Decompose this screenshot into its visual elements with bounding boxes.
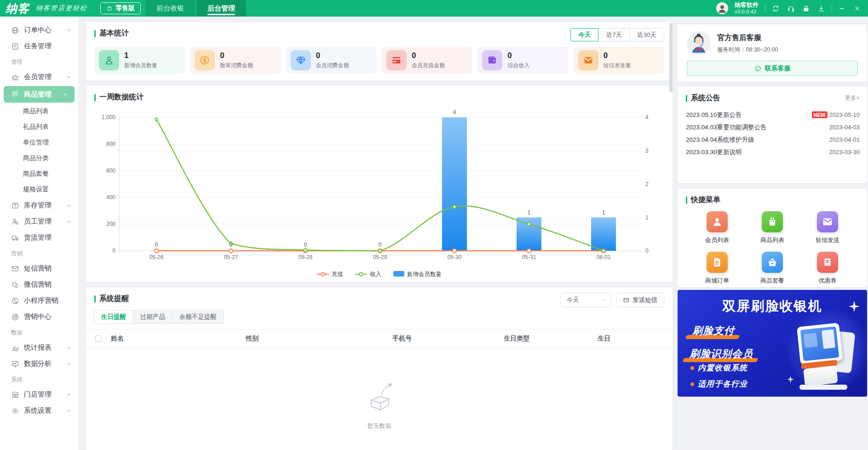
system-reminder-panel: 系统提醒 今天 发送短信 生日提醒过期产品余额不足提醒 姓名性别手机号生日类型生… xyxy=(86,288,673,450)
quick-menu-item-短信发送[interactable]: 短信发送 xyxy=(800,211,855,244)
stat-value: 0 xyxy=(604,51,631,60)
chart-icon xyxy=(11,344,19,352)
nav-tab-前台收银[interactable]: 前台收银 xyxy=(145,0,195,17)
range-button-近30天[interactable]: 近30天 xyxy=(629,28,664,41)
sidebar-item-订单中心[interactable]: 订单中心 xyxy=(0,22,78,38)
sidebar-item-门店管理[interactable]: 门店管理 xyxy=(0,387,78,403)
sidebar-section-label: 系统 xyxy=(0,372,78,387)
nav-tab-后台管理[interactable]: 后台管理 xyxy=(196,0,246,17)
sidebar-subitem-商品套餐[interactable]: 商品套餐 xyxy=(0,166,78,182)
sidebar-item-库存管理[interactable]: 库存管理 xyxy=(0,197,78,213)
quick-menu-item-优惠券[interactable]: 优惠券 xyxy=(800,252,855,285)
reminder-range-select[interactable]: 今天 xyxy=(561,293,611,307)
sidebar-section-label: 管理 xyxy=(0,54,78,69)
announcement-row[interactable]: 2023.04.04系统维护升级2023-04-01 xyxy=(686,133,860,146)
stat-label: 散客消费金额 xyxy=(220,62,253,69)
svg-text:06-01: 06-01 xyxy=(597,254,611,260)
quick-menu-icon-box xyxy=(707,252,728,273)
service-header: 官方售后客服 服务时间：08:30~20:00 xyxy=(687,31,858,55)
sidebar-item-统计报表[interactable]: 统计报表 xyxy=(0,340,78,356)
svg-text:05-31: 05-31 xyxy=(522,254,536,260)
select-all-checkbox[interactable] xyxy=(95,335,102,342)
lock-icon xyxy=(802,5,810,12)
stat-icon-box xyxy=(482,50,502,70)
quick-menu-item-商城订单[interactable]: 商城订单 xyxy=(690,252,745,285)
legend-item-充值[interactable]: 充值 xyxy=(317,271,343,278)
sidebar-item-微信营销[interactable]: 微信营销 xyxy=(0,277,78,293)
sidebar-subitem-礼品列表[interactable]: 礼品列表 xyxy=(0,119,78,135)
task-icon xyxy=(11,42,19,51)
quick-menu-label: 短信发送 xyxy=(816,236,839,244)
edition-badge[interactable]: 零售版 xyxy=(100,2,141,14)
sidebar-item-数据分析[interactable]: 数据分析 xyxy=(0,356,78,372)
sidebar-subitem-商品分类[interactable]: 商品分类 xyxy=(0,150,78,166)
quick-menu-item-商品列表[interactable]: 商品列表 xyxy=(745,211,800,244)
service-info: 官方售后客服 服务时间：08:30~20:00 xyxy=(717,33,778,54)
contact-service-button[interactable]: 联系客服 xyxy=(687,61,858,76)
sidebar-item-label: 营销中心 xyxy=(24,312,52,321)
user-info: 纳客软件 v3.0.0.42 xyxy=(735,2,759,15)
target-icon xyxy=(11,313,19,321)
sidebar-item-员工管理[interactable]: 员工管理 xyxy=(0,213,78,230)
announcement-meta: 2023-04-03 xyxy=(829,124,860,131)
truck-icon xyxy=(11,234,19,242)
sidebar-item-短信营销[interactable]: 短信营销 xyxy=(0,260,78,277)
sidebar-subitem-单位管理[interactable]: 单位管理 xyxy=(0,135,78,150)
legend-label: 收入 xyxy=(370,271,381,278)
minimize-icon[interactable] xyxy=(839,5,845,12)
range-button-今天[interactable]: 今天 xyxy=(570,28,598,41)
sidebar-item-营销中心[interactable]: 营销中心 xyxy=(0,309,78,325)
banner-bullets: 内置收银系统适用于各行业 xyxy=(690,363,747,395)
announcement-row[interactable]: 2023.03.30更新说明2023-03-30 xyxy=(686,146,860,158)
reminder-table-header: 姓名性别手机号生日类型生日 xyxy=(86,329,673,348)
svg-text:05-28: 05-28 xyxy=(299,254,313,260)
stat-card-短信发送量: 0短信发送量 xyxy=(574,47,664,74)
sidebar-item-系统设置[interactable]: 系统设置 xyxy=(0,403,78,419)
reminder-tab-过期产品[interactable]: 过期产品 xyxy=(133,310,172,324)
chevron-down-icon xyxy=(601,297,606,303)
reminder-tab-余额不足提醒[interactable]: 余额不足提醒 xyxy=(172,310,224,324)
sidebar-item-小程序营销[interactable]: 小程序营销 xyxy=(0,293,78,309)
sidebar-subitem-商品列表[interactable]: 商品列表 xyxy=(0,104,78,119)
empty-state: 暂无数据 xyxy=(86,380,673,430)
week-stats-title: 一周数据统计 xyxy=(86,86,673,102)
legend-bar-marker xyxy=(393,271,404,278)
ad-banner[interactable]: 双屏刷脸收银机 刷脸支付 刷脸识别会员 内置收银系统适用于各行业 xyxy=(678,290,867,397)
sidebar-item-商品管理[interactable]: 商品管理 xyxy=(4,86,75,103)
main-scrollbar-thumb[interactable] xyxy=(669,23,673,92)
sidebar-item-label: 员工管理 xyxy=(24,217,52,226)
topbar-nav: 前台收银后台管理 xyxy=(145,0,247,17)
sidebar-item-会员管理[interactable]: 会员管理 xyxy=(0,69,78,85)
stat-label: 短信发送量 xyxy=(604,62,631,69)
close-icon[interactable] xyxy=(854,5,861,12)
stat-label: 新增会员数量 xyxy=(124,62,157,69)
legend-item-新增会员数量[interactable]: 新增会员数量 xyxy=(393,271,442,278)
user-avatar[interactable] xyxy=(716,2,728,14)
sidebar-section-label: 营销 xyxy=(0,246,78,260)
stat-texts: 0短信发送量 xyxy=(604,51,631,69)
quick-menu-item-会员列表[interactable]: 会员列表 xyxy=(690,211,745,244)
announcements-more-link[interactable]: 更多> xyxy=(845,94,860,102)
sidebar-subitem-规格设置[interactable]: 规格设置 xyxy=(0,182,78,197)
sidebar: 订单中心任务管理管理会员管理商品管理商品列表礼品列表单位管理商品分类商品套餐规格… xyxy=(0,17,78,450)
sidebar-item-label: 商品管理 xyxy=(24,90,52,99)
reminder-tab-生日提醒[interactable]: 生日提醒 xyxy=(94,310,133,324)
svg-text:1: 1 xyxy=(645,214,649,221)
quick-menu-item-商品套餐[interactable]: 商品套餐 xyxy=(745,252,800,285)
sidebar-item-货流管理[interactable]: 货流管理 xyxy=(0,230,78,246)
stat-card-综合收入: 0综合收入 xyxy=(477,47,568,74)
sidebar-item-任务管理[interactable]: 任务管理 xyxy=(0,38,78,54)
stat-label: 综合收入 xyxy=(507,62,529,69)
legend-item-收入[interactable]: 收入 xyxy=(355,271,381,278)
announcement-row[interactable]: 2023.04.03重要功能调整公告2023-04-03 xyxy=(686,121,860,133)
personfill-icon xyxy=(711,216,723,228)
globe-icon xyxy=(11,26,19,35)
reminder-controls: 今天 发送短信 xyxy=(561,293,664,307)
stat-value: 0 xyxy=(316,51,349,60)
range-button-近7天[interactable]: 近7天 xyxy=(598,28,630,41)
announcement-row[interactable]: 2023.05.10更新公告NEW2023-05-10 xyxy=(686,109,860,121)
contact-service-label: 联系客服 xyxy=(765,64,791,73)
announcement-meta: NEW2023-05-10 xyxy=(812,111,860,118)
send-sms-button[interactable]: 发送短信 xyxy=(616,293,664,307)
stat-texts: 0综合收入 xyxy=(507,51,529,69)
